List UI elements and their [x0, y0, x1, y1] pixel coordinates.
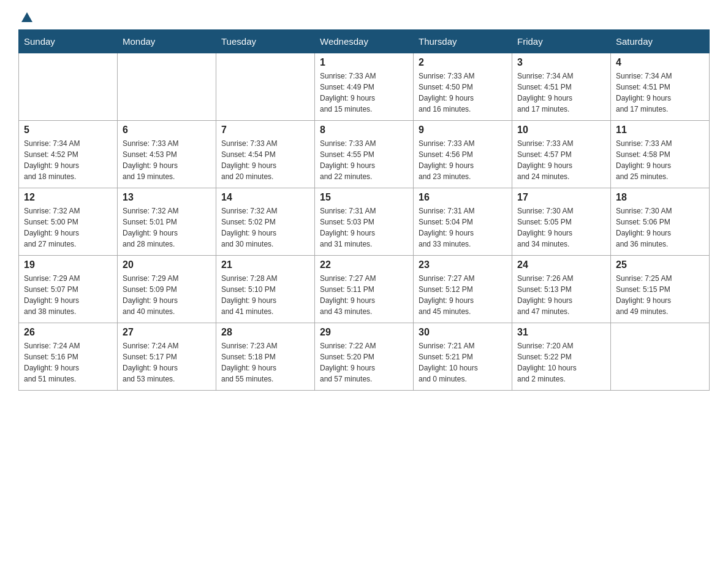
calendar-week-row: 19Sunrise: 7:29 AM Sunset: 5:07 PM Dayli…	[19, 256, 710, 323]
calendar-table: SundayMondayTuesdayWednesdayThursdayFrid…	[18, 29, 710, 391]
calendar-day-12: 12Sunrise: 7:32 AM Sunset: 5:00 PM Dayli…	[19, 188, 118, 256]
day-number: 8	[320, 124, 408, 136]
day-info: Sunrise: 7:24 AM Sunset: 5:16 PM Dayligh…	[24, 340, 112, 385]
empty-cell	[118, 53, 216, 121]
calendar-day-16: 16Sunrise: 7:31 AM Sunset: 5:04 PM Dayli…	[414, 188, 512, 256]
day-number: 6	[123, 124, 211, 136]
calendar-day-31: 31Sunrise: 7:20 AM Sunset: 5:22 PM Dayli…	[512, 323, 611, 391]
day-info: Sunrise: 7:32 AM Sunset: 5:00 PM Dayligh…	[24, 205, 112, 250]
calendar-day-27: 27Sunrise: 7:24 AM Sunset: 5:17 PM Dayli…	[118, 323, 216, 391]
day-number: 14	[221, 192, 309, 203]
calendar-day-17: 17Sunrise: 7:30 AM Sunset: 5:05 PM Dayli…	[512, 188, 611, 256]
day-number: 11	[616, 124, 704, 136]
calendar-day-23: 23Sunrise: 7:27 AM Sunset: 5:12 PM Dayli…	[414, 256, 512, 323]
calendar-day-5: 5Sunrise: 7:34 AM Sunset: 4:52 PM Daylig…	[19, 121, 118, 188]
calendar-day-28: 28Sunrise: 7:23 AM Sunset: 5:18 PM Dayli…	[216, 323, 315, 391]
day-number: 13	[123, 192, 211, 203]
day-info: Sunrise: 7:33 AM Sunset: 4:50 PM Dayligh…	[419, 71, 507, 115]
calendar-day-13: 13Sunrise: 7:32 AM Sunset: 5:01 PM Dayli…	[118, 188, 216, 256]
col-header-sunday: Sunday	[19, 30, 118, 53]
day-number: 28	[221, 327, 309, 338]
day-number: 24	[517, 259, 605, 270]
day-number: 2	[419, 57, 507, 68]
calendar-day-14: 14Sunrise: 7:32 AM Sunset: 5:02 PM Dayli…	[216, 188, 315, 256]
day-number: 10	[517, 124, 605, 136]
day-number: 15	[320, 192, 408, 203]
day-info: Sunrise: 7:33 AM Sunset: 4:58 PM Dayligh…	[616, 138, 704, 182]
col-header-saturday: Saturday	[611, 30, 710, 53]
calendar-day-20: 20Sunrise: 7:29 AM Sunset: 5:09 PM Dayli…	[118, 256, 216, 323]
day-info: Sunrise: 7:29 AM Sunset: 5:07 PM Dayligh…	[24, 273, 112, 317]
calendar-day-25: 25Sunrise: 7:25 AM Sunset: 5:15 PM Dayli…	[611, 256, 710, 323]
day-info: Sunrise: 7:28 AM Sunset: 5:10 PM Dayligh…	[221, 273, 309, 317]
day-info: Sunrise: 7:25 AM Sunset: 5:15 PM Dayligh…	[616, 273, 704, 317]
day-info: Sunrise: 7:33 AM Sunset: 4:56 PM Dayligh…	[419, 138, 507, 182]
calendar-day-22: 22Sunrise: 7:27 AM Sunset: 5:11 PM Dayli…	[315, 256, 414, 323]
day-number: 23	[419, 259, 507, 270]
day-number: 4	[616, 57, 704, 68]
calendar-week-row: 12Sunrise: 7:32 AM Sunset: 5:00 PM Dayli…	[19, 188, 710, 256]
day-number: 25	[616, 259, 704, 270]
day-number: 20	[123, 259, 211, 270]
day-info: Sunrise: 7:32 AM Sunset: 5:02 PM Dayligh…	[221, 205, 309, 250]
calendar-header-row: SundayMondayTuesdayWednesdayThursdayFrid…	[19, 30, 710, 53]
calendar-day-10: 10Sunrise: 7:33 AM Sunset: 4:57 PM Dayli…	[512, 121, 611, 188]
calendar-day-4: 4Sunrise: 7:34 AM Sunset: 4:51 PM Daylig…	[611, 53, 710, 121]
calendar-day-6: 6Sunrise: 7:33 AM Sunset: 4:53 PM Daylig…	[118, 121, 216, 188]
calendar-week-row: 26Sunrise: 7:24 AM Sunset: 5:16 PM Dayli…	[19, 323, 710, 391]
col-header-tuesday: Tuesday	[216, 30, 315, 53]
day-info: Sunrise: 7:20 AM Sunset: 5:22 PM Dayligh…	[517, 340, 605, 385]
day-info: Sunrise: 7:22 AM Sunset: 5:20 PM Dayligh…	[320, 340, 408, 385]
empty-cell	[216, 53, 315, 121]
col-header-wednesday: Wednesday	[315, 30, 414, 53]
calendar-day-9: 9Sunrise: 7:33 AM Sunset: 4:56 PM Daylig…	[414, 121, 512, 188]
col-header-monday: Monday	[118, 30, 216, 53]
day-number: 22	[320, 259, 408, 270]
calendar-day-15: 15Sunrise: 7:31 AM Sunset: 5:03 PM Dayli…	[315, 188, 414, 256]
day-info: Sunrise: 7:34 AM Sunset: 4:52 PM Dayligh…	[24, 138, 112, 182]
day-info: Sunrise: 7:34 AM Sunset: 4:51 PM Dayligh…	[616, 71, 704, 115]
calendar-day-30: 30Sunrise: 7:21 AM Sunset: 5:21 PM Dayli…	[414, 323, 512, 391]
day-info: Sunrise: 7:24 AM Sunset: 5:17 PM Dayligh…	[123, 340, 211, 385]
day-number: 30	[419, 327, 507, 338]
day-info: Sunrise: 7:33 AM Sunset: 4:49 PM Dayligh…	[320, 71, 408, 115]
logo-triangle-icon	[21, 12, 32, 22]
day-info: Sunrise: 7:33 AM Sunset: 4:53 PM Dayligh…	[123, 138, 211, 182]
day-number: 5	[24, 124, 112, 136]
col-header-friday: Friday	[512, 30, 611, 53]
day-info: Sunrise: 7:32 AM Sunset: 5:01 PM Dayligh…	[123, 205, 211, 250]
day-info: Sunrise: 7:30 AM Sunset: 5:06 PM Dayligh…	[616, 205, 704, 250]
day-number: 29	[320, 327, 408, 338]
day-number: 18	[616, 192, 704, 203]
day-number: 12	[24, 192, 112, 203]
calendar-day-24: 24Sunrise: 7:26 AM Sunset: 5:13 PM Dayli…	[512, 256, 611, 323]
day-number: 26	[24, 327, 112, 338]
calendar-day-18: 18Sunrise: 7:30 AM Sunset: 5:06 PM Dayli…	[611, 188, 710, 256]
calendar-day-11: 11Sunrise: 7:33 AM Sunset: 4:58 PM Dayli…	[611, 121, 710, 188]
day-number: 3	[517, 57, 605, 68]
calendar-day-8: 8Sunrise: 7:33 AM Sunset: 4:55 PM Daylig…	[315, 121, 414, 188]
empty-cell	[19, 53, 118, 121]
day-info: Sunrise: 7:31 AM Sunset: 5:04 PM Dayligh…	[419, 205, 507, 250]
calendar-day-1: 1Sunrise: 7:33 AM Sunset: 4:49 PM Daylig…	[315, 53, 414, 121]
day-info: Sunrise: 7:30 AM Sunset: 5:05 PM Dayligh…	[517, 205, 605, 250]
calendar-day-29: 29Sunrise: 7:22 AM Sunset: 5:20 PM Dayli…	[315, 323, 414, 391]
calendar-day-26: 26Sunrise: 7:24 AM Sunset: 5:16 PM Dayli…	[19, 323, 118, 391]
day-number: 31	[517, 327, 605, 338]
day-info: Sunrise: 7:26 AM Sunset: 5:13 PM Dayligh…	[517, 273, 605, 317]
calendar-day-19: 19Sunrise: 7:29 AM Sunset: 5:07 PM Dayli…	[19, 256, 118, 323]
day-info: Sunrise: 7:31 AM Sunset: 5:03 PM Dayligh…	[320, 205, 408, 250]
calendar-week-row: 1Sunrise: 7:33 AM Sunset: 4:49 PM Daylig…	[19, 53, 710, 121]
day-info: Sunrise: 7:33 AM Sunset: 4:55 PM Dayligh…	[320, 138, 408, 182]
day-info: Sunrise: 7:27 AM Sunset: 5:11 PM Dayligh…	[320, 273, 408, 317]
calendar-week-row: 5Sunrise: 7:34 AM Sunset: 4:52 PM Daylig…	[19, 121, 710, 188]
day-info: Sunrise: 7:21 AM Sunset: 5:21 PM Dayligh…	[419, 340, 507, 385]
day-number: 9	[419, 124, 507, 136]
day-info: Sunrise: 7:33 AM Sunset: 4:54 PM Dayligh…	[221, 138, 309, 182]
col-header-thursday: Thursday	[414, 30, 512, 53]
page-header	[18, 12, 710, 23]
day-number: 7	[221, 124, 309, 136]
day-info: Sunrise: 7:23 AM Sunset: 5:18 PM Dayligh…	[221, 340, 309, 385]
calendar-day-3: 3Sunrise: 7:34 AM Sunset: 4:51 PM Daylig…	[512, 53, 611, 121]
empty-cell	[611, 323, 710, 391]
